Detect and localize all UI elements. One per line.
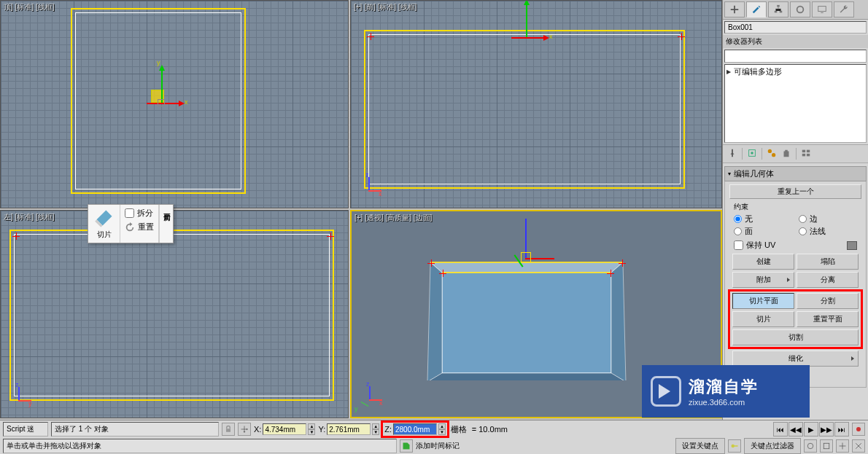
split-button[interactable]: 分割 [797,293,859,309]
slice-button-large[interactable]: 切片 [88,205,120,243]
create-button[interactable]: 创建 [732,254,794,270]
edit-geometry-rollout: ▾编辑几何体 重复上一个 约束 无 边 面 法线 保持 UV 创建 塌陷 附加 … [724,166,867,388]
constraint-none-radio[interactable]: 无 [734,214,793,224]
script-listener[interactable]: Script 迷 [3,422,48,437]
lock-selection-icon[interactable] [222,423,235,436]
time-tag-icon[interactable] [400,439,413,453]
play-icon[interactable]: ▶ [804,422,818,437]
viewport-perspective-label: [+] [透视] [高质量] [边面] [354,213,432,223]
viewport-area: 顶] [标准] [线框] x y [+] [前] [标准] [线框] x zx [0,0,722,420]
show-end-result-icon[interactable] [747,148,757,160]
reset-icon [125,222,135,232]
pin-stack-icon[interactable] [727,148,737,160]
modify-tab[interactable] [746,1,767,17]
svg-rect-25 [824,443,829,449]
x-spinner[interactable]: ▲▼ [308,423,315,435]
detach-button[interactable]: 分离 [797,272,859,288]
constraint-face-radio[interactable]: 面 [734,226,793,237]
svg-point-15 [772,153,775,157]
x-input[interactable] [263,423,306,435]
modifier-list-label: 修改器列表 [723,35,868,48]
key-mode-icon[interactable] [852,423,865,436]
nav-icon-2[interactable] [820,439,833,453]
viewport-left[interactable]: 左] [标准] [线框] zy [0,210,349,418]
viewport-left-label: 左] [标准] [线框] [4,212,54,222]
nav-icon-1[interactable] [804,439,817,453]
svg-marker-4 [427,373,626,380]
modifier-stack[interactable]: ▶可编辑多边形 [724,64,867,143]
split-checkbox[interactable]: 拆分 [125,208,154,219]
selection-info: 选择了 1 个 对象 [51,422,219,437]
add-time-tag-label[interactable]: 添加时间标记 [416,441,460,451]
wrench-icon [839,4,849,15]
modifier-stack-item[interactable]: ▶可编辑多边形 [726,66,864,77]
display-icon [817,4,827,15]
key-filters-button[interactable]: 关键点过滤器 [744,438,801,454]
svg-point-24 [807,443,813,449]
modifier-list-dropdown[interactable] [724,50,867,63]
prev-frame-icon[interactable]: ◀◀ [788,422,803,437]
svg-marker-3 [611,262,626,380]
set-key-button[interactable]: 设置关键点 [675,438,725,454]
command-panel-tabs [723,0,868,20]
modify-icon [751,4,762,15]
utilities-tab[interactable] [834,1,854,17]
constraint-edge-radio[interactable]: 边 [799,214,858,224]
plus-icon [729,4,740,15]
status-bar: Script 迷 选择了 1 个 对象 X: ▲▼ Y: ▲▼ Z: ▲▼ 栅格… [0,420,868,454]
hierarchy-tab[interactable] [768,1,788,17]
svg-marker-1 [442,273,611,373]
constraint-normal-radio[interactable]: 法线 [799,226,858,237]
collapse-button[interactable]: 塌陷 [797,254,859,270]
subdivide-button[interactable]: 细化 [732,351,859,367]
goto-start-icon[interactable]: ⏮ [773,422,788,437]
slice-plane-label: 切片平面 [159,205,173,243]
x-coord: X: ▲▼ [254,423,315,435]
z-coord: Z: ▲▼ [382,422,448,437]
svg-rect-8 [775,11,778,13]
keep-uv-checkbox[interactable]: 保持 UV [734,240,775,251]
nav-icon-4[interactable] [852,439,865,453]
nav-icon-3[interactable] [836,439,849,453]
viewport-front[interactable]: [+] [前] [标准] [线框] x zx [350,0,722,208]
reset-button[interactable]: 重置 [125,222,154,232]
transform-type-in-icon[interactable] [238,423,251,436]
cut-button[interactable]: 切割 [732,329,859,345]
slice-icon [94,208,115,228]
svg-marker-0 [430,262,623,273]
axis-indicator: zx y [356,383,385,412]
viewport-top[interactable]: 顶] [标准] [线框] x y [0,0,349,208]
object-name-field[interactable]: Box001 [724,21,867,34]
grid-info: 栅格 = 10.0mm [451,424,508,435]
slice-button[interactable]: 切片 [732,311,794,327]
next-frame-icon[interactable]: ▶▶ [819,422,834,437]
svg-rect-11 [818,7,826,12]
svg-rect-19 [807,154,810,157]
configure-sets-icon[interactable] [801,148,811,160]
time-controls: ⏮ ◀◀ ▶ ▶▶ ⏭ [773,422,849,437]
y-input[interactable] [327,423,371,435]
z-input[interactable] [393,423,437,435]
motion-tab[interactable] [790,1,810,17]
y-spinner[interactable]: ▲▼ [372,423,379,435]
svg-rect-16 [802,150,805,153]
slice-context-menu: 切片 拆分 重置 切片平面 [88,204,174,243]
color-swatch[interactable] [847,241,857,250]
svg-point-13 [751,152,753,154]
goto-end-icon[interactable]: ⏭ [834,422,849,437]
rollout-header[interactable]: ▾编辑几何体 [724,166,867,181]
svg-point-21 [856,427,861,431]
repeat-last-button[interactable]: 重复上一个 [729,184,861,199]
svg-rect-17 [807,150,810,153]
display-tab[interactable] [812,1,832,17]
attach-button[interactable]: 附加 [732,272,794,288]
remove-modifier-icon[interactable] [781,148,791,160]
key-icon[interactable] [728,439,741,453]
z-spinner[interactable]: ▲▼ [438,423,446,435]
watermark-logo: 溜溜自学 zixue.3d66.com [642,365,810,418]
create-tab[interactable] [724,1,745,17]
reset-plane-button[interactable]: 重置平面 [797,311,859,327]
make-unique-icon[interactable] [767,148,777,160]
svg-rect-23 [734,445,737,447]
slice-plane-button[interactable]: 切片平面 [732,293,794,309]
